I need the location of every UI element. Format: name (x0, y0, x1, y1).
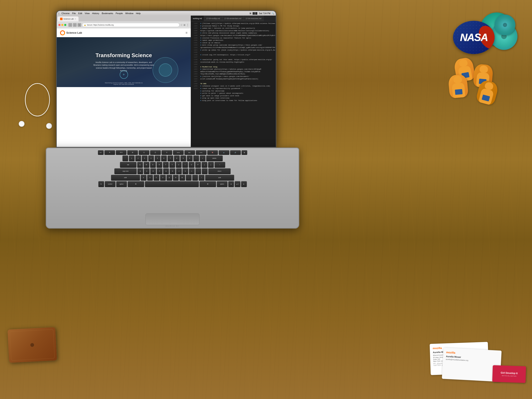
key-s[interactable]: S (144, 168, 150, 174)
key-z[interactable]: Z (141, 175, 146, 181)
menu-edit[interactable]: Edit (78, 12, 82, 14)
key-f9[interactable]: ►►| (196, 150, 207, 155)
tab-close-icon[interactable]: ✕ (75, 18, 76, 20)
key-4[interactable]: 4 (148, 155, 154, 161)
key-minus[interactable]: - (193, 155, 199, 161)
key-a[interactable]: A (137, 168, 143, 174)
key-semicolon[interactable]: ; (195, 168, 201, 174)
key-f12[interactable]: 🔊 (230, 150, 241, 155)
maximize-button[interactable] (64, 24, 66, 26)
key-up-down-arrow[interactable]: ▲▼ (235, 181, 241, 187)
forward-button[interactable]: › (73, 23, 77, 27)
key-j[interactable]: J (176, 168, 182, 174)
back-button[interactable]: ‹ (68, 23, 72, 27)
address-bar[interactable]: 🔒 Secure https://science.mozilla.org (82, 23, 180, 27)
menu-bookmarks[interactable]: Bookmarks (102, 12, 113, 14)
key-f8[interactable]: ▶|| (184, 150, 195, 155)
menu-view[interactable]: View (85, 12, 90, 14)
key-fn[interactable]: fn (98, 181, 104, 187)
key-x[interactable]: X (147, 175, 153, 181)
key-e[interactable]: E (150, 162, 156, 168)
hamburger-menu-icon[interactable]: ≡ (186, 31, 187, 35)
key-5[interactable]: 5 (155, 155, 160, 161)
hero-cta-button[interactable]: + (120, 70, 128, 79)
key-right-shift[interactable]: shift (205, 175, 234, 181)
key-v[interactable]: V (160, 175, 166, 181)
editor-tab-amsterdam[interactable]: 17-05-amsterdam.md (222, 16, 244, 21)
key-left-shift[interactable]: shift (111, 175, 140, 181)
key-equals[interactable]: = (200, 155, 206, 161)
menu-icon[interactable]: ⋮ (186, 23, 189, 27)
key-tab[interactable]: tab (120, 162, 137, 168)
key-period[interactable]: . (192, 175, 198, 181)
key-cmd-left[interactable]: ⌘ (128, 181, 144, 187)
editor-tab-working[interactable]: working.md (191, 16, 204, 21)
key-f4[interactable]: ⊡ (139, 150, 149, 155)
key-esc[interactable]: esc (98, 150, 104, 155)
key-f6[interactable]: ⎚ (161, 150, 172, 155)
key-apostrophe[interactable]: ' (202, 168, 208, 174)
key-f10[interactable]: 🔇 (207, 150, 218, 155)
key-space[interactable] (145, 181, 199, 187)
key-f5[interactable]: ⎙ (150, 150, 161, 155)
key-f[interactable]: F (157, 168, 163, 174)
key-t[interactable]: T (163, 162, 169, 168)
key-left-bracket[interactable]: [ (202, 162, 207, 168)
key-8[interactable]: 8 (174, 155, 180, 161)
key-q[interactable]: Q (137, 162, 143, 168)
extensions-icon[interactable]: ⊞ (184, 24, 185, 26)
key-f3[interactable]: ⊞ (127, 150, 138, 155)
key-h[interactable]: H (170, 168, 175, 174)
search-icon[interactable]: 🔍 (272, 12, 274, 14)
key-cmd-right[interactable]: ⌘ (200, 181, 216, 187)
key-w[interactable]: W (144, 162, 149, 168)
key-6[interactable]: 6 (161, 155, 167, 161)
key-n[interactable]: N (173, 175, 179, 181)
key-g[interactable]: G (163, 168, 169, 174)
star-icon[interactable]: ☆ (180, 24, 183, 26)
key-f2[interactable]: ☀☀ (116, 150, 127, 155)
key-power[interactable]: ⏻ (241, 150, 247, 155)
key-caps-lock[interactable]: caps lock (114, 168, 137, 174)
menu-chrome[interactable]: Chrome (62, 12, 70, 14)
key-l[interactable]: L (189, 168, 195, 174)
menu-history[interactable]: History (92, 12, 99, 14)
key-comma[interactable]: , (186, 175, 192, 181)
key-option-right[interactable]: option (217, 181, 228, 187)
key-d[interactable]: D (150, 168, 156, 174)
key-1[interactable]: 1 (129, 155, 135, 161)
key-o[interactable]: O (189, 162, 195, 168)
key-backtick[interactable]: ` (122, 155, 128, 161)
key-option-left[interactable]: option (116, 181, 127, 187)
key-slash[interactable]: / (199, 175, 204, 181)
key-2[interactable]: 2 (135, 155, 141, 161)
editor-tab-moscorec[interactable]: 17-04-moscorec.md (244, 16, 264, 21)
key-y[interactable]: Y (169, 162, 175, 168)
key-m[interactable]: M (179, 175, 185, 181)
key-backslash[interactable]: \ (215, 162, 225, 168)
menu-file[interactable]: File (72, 12, 76, 14)
key-r[interactable]: R (157, 162, 162, 168)
key-k[interactable]: K (183, 168, 188, 174)
key-left-arrow[interactable]: ◄ (228, 181, 234, 187)
key-7[interactable]: 7 (167, 155, 173, 161)
key-right-arrow[interactable]: ► (241, 181, 247, 187)
key-b[interactable]: B (166, 175, 172, 181)
minimize-button[interactable] (61, 24, 63, 26)
trackpad[interactable] (146, 213, 200, 225)
key-i[interactable]: I (182, 162, 188, 168)
key-u[interactable]: U (176, 162, 182, 168)
key-delete[interactable]: delete (206, 155, 223, 161)
key-f11[interactable]: 🔉 (219, 150, 229, 155)
menu-window[interactable]: Window (125, 12, 133, 14)
key-right-bracket[interactable]: ] (208, 162, 214, 168)
key-3[interactable]: 3 (142, 155, 147, 161)
key-return[interactable]: return (208, 168, 231, 174)
key-p[interactable]: P (195, 162, 201, 168)
close-button[interactable] (58, 24, 60, 26)
key-f1[interactable]: ☀ (104, 150, 115, 155)
editor-tab-nordkjs[interactable]: 17-09-nordkjs.md (204, 16, 222, 21)
key-0[interactable]: 0 (187, 155, 193, 161)
key-f7[interactable]: |◄◄ (173, 150, 184, 155)
key-9[interactable]: 9 (180, 155, 186, 161)
